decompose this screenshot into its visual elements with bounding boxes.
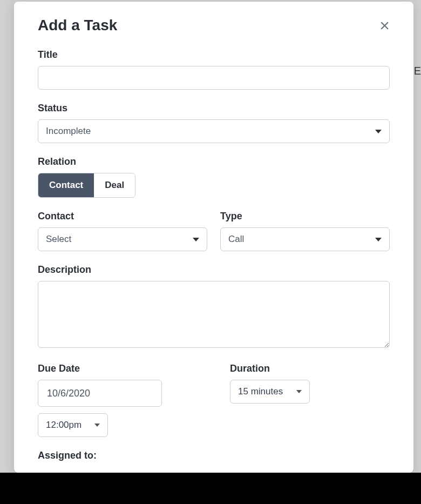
status-value: Incomplete: [46, 126, 91, 137]
relation-label: Relation: [38, 156, 390, 167]
duedate-group: Due Date 12:00pm: [38, 363, 198, 437]
status-label: Status: [38, 103, 390, 114]
chevron-down-icon: [94, 424, 100, 427]
duration-select[interactable]: 15 minutes: [230, 380, 310, 404]
description-group: Description: [38, 264, 390, 350]
relation-contact-button[interactable]: Contact: [38, 173, 94, 197]
duedate-time-select[interactable]: 12:00pm: [38, 413, 108, 437]
assigned-group: Assigned to:: [38, 450, 390, 461]
status-group: Status Incomplete: [38, 103, 390, 143]
close-icon: ×: [379, 16, 390, 35]
due-duration-row: Due Date 12:00pm Duration 15 minutes: [38, 363, 390, 437]
chevron-down-icon: [193, 238, 199, 241]
title-input[interactable]: [38, 66, 390, 90]
type-label: Type: [220, 211, 390, 222]
chevron-down-icon: [296, 390, 302, 393]
duedate-time-value: 12:00pm: [46, 420, 82, 431]
assigned-label: Assigned to:: [38, 450, 390, 461]
description-label: Description: [38, 264, 390, 275]
duration-value: 15 minutes: [238, 386, 283, 397]
close-button[interactable]: ×: [379, 17, 390, 34]
type-value: Call: [228, 234, 244, 245]
duedate-label: Due Date: [38, 363, 198, 374]
background-letter: E: [414, 65, 421, 77]
contact-value: Select: [46, 234, 71, 245]
relation-deal-button[interactable]: Deal: [94, 173, 135, 197]
bottom-bar: [0, 473, 421, 504]
relation-group: Relation Contact Deal: [38, 156, 390, 198]
title-group: Title: [38, 49, 390, 90]
modal-header: Add a Task ×: [38, 17, 390, 34]
contact-label: Contact: [38, 211, 207, 222]
add-task-modal: Add a Task × Title Status Incomplete Rel…: [14, 2, 413, 473]
title-label: Title: [38, 49, 390, 61]
duration-group: Duration 15 minutes: [198, 363, 390, 437]
type-group: Type Call: [220, 211, 390, 251]
chevron-down-icon: [375, 238, 382, 241]
chevron-down-icon: [375, 130, 382, 133]
relation-toggle-group: Contact Deal: [38, 173, 135, 198]
modal-title: Add a Task: [38, 17, 117, 34]
contact-type-row: Contact Select Type Call: [38, 211, 390, 251]
contact-select[interactable]: Select: [38, 227, 207, 251]
type-select[interactable]: Call: [220, 227, 390, 251]
duration-label: Duration: [230, 363, 390, 374]
contact-group: Contact Select: [38, 211, 207, 251]
duedate-input[interactable]: [38, 380, 162, 407]
status-select[interactable]: Incomplete: [38, 119, 390, 143]
description-textarea[interactable]: [38, 281, 390, 348]
